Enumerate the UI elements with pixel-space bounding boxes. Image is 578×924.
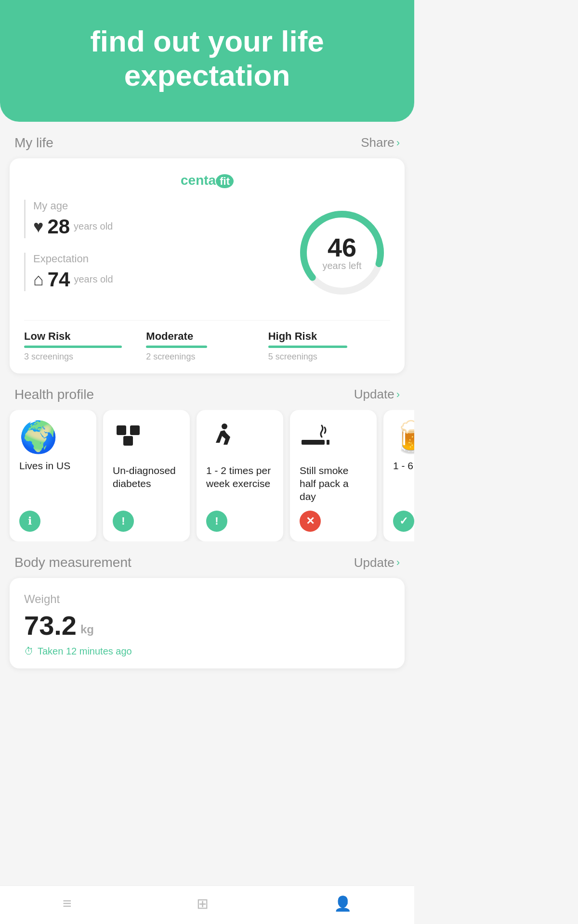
low-risk-item: Low Risk 3 screenings: [24, 330, 146, 362]
health-card-location[interactable]: 🌍 Lives in US ℹ: [10, 410, 96, 542]
drink-icon: 🍺: [393, 422, 414, 452]
high-risk-item: High Risk 5 screenings: [268, 330, 390, 362]
share-chevron-icon: ›: [396, 137, 400, 149]
grid-icon: ⊞: [197, 895, 209, 912]
health-card-exercise-text: 1 - 2 times per week exercise: [206, 464, 274, 503]
health-card-location-text: Lives in US: [19, 459, 70, 503]
gauge-center: 46 years left: [322, 234, 361, 271]
expectation-label: Expectation: [33, 253, 294, 265]
home-icon: ⌂: [33, 270, 44, 290]
health-card-diabetes[interactable]: Un-diagnosed diabetes !: [103, 410, 190, 542]
health-update-chevron-icon: ›: [396, 388, 400, 401]
risk-row: Low Risk 3 screenings Moderate 2 screeni…: [24, 320, 390, 362]
health-cards-container: 🌍 Lives in US ℹ Un-diagnosed diabetes ! …: [0, 410, 414, 542]
body-measurement-card: Weight 73.2 kg ⏱ Taken 12 minutes ago: [10, 578, 405, 668]
globe-icon: 🌍: [19, 422, 58, 452]
health-profile-label: Health profile: [14, 387, 94, 402]
nav-dashboard[interactable]: ⊞: [197, 895, 209, 912]
my-life-section-header: My life Share ›: [0, 122, 414, 158]
smoking-icon: [300, 422, 330, 457]
moderate-risk-count: 2 screenings: [146, 352, 268, 362]
low-risk-name: Low Risk: [24, 330, 146, 343]
warning-badge-diabetes: !: [113, 511, 134, 532]
profile-icon: 👤: [334, 895, 352, 912]
health-card-alcohol-text: 1 - 6 per w...: [393, 459, 414, 503]
age-value: ♥ 28 years old: [33, 215, 294, 238]
heart-icon: ♥: [33, 217, 43, 237]
svg-rect-4: [123, 436, 133, 446]
health-card-diabetes-text: Un-diagnosed diabetes: [113, 464, 180, 503]
gauge-number: 46: [322, 234, 361, 260]
body-measurement-label: Body measurement: [14, 555, 131, 570]
bottom-nav: ≡ ⊞ 👤: [0, 886, 414, 924]
share-button[interactable]: Share ›: [361, 135, 400, 150]
weight-label: Weight: [24, 592, 390, 606]
health-card-exercise[interactable]: 1 - 2 times per week exercise !: [197, 410, 283, 542]
svg-rect-2: [117, 425, 126, 435]
life-expectation-card: centafit My age ♥ 28 years old Expectati…: [10, 158, 405, 373]
my-life-label: My life: [14, 135, 53, 151]
boxes-icon: [113, 422, 144, 457]
svg-rect-6: [302, 440, 325, 445]
moderate-risk-name: Moderate: [146, 330, 268, 343]
gauge-label: years left: [322, 260, 361, 271]
menu-icon: ≡: [63, 895, 72, 912]
life-gauge: 46 years left: [294, 205, 390, 301]
nav-profile[interactable]: 👤: [334, 895, 352, 912]
body-update-chevron-icon: ›: [396, 556, 400, 569]
high-risk-name: High Risk: [268, 330, 390, 343]
weight-value: 73.2 kg: [24, 610, 390, 641]
age-label: My age: [33, 200, 294, 212]
health-card-smoking-text: Still smoke half pack a day: [300, 464, 367, 503]
expectation-value: ⌂ 74 years old: [33, 268, 294, 291]
high-risk-count: 5 screenings: [268, 352, 390, 362]
moderate-risk-item: Moderate 2 screenings: [146, 330, 268, 362]
logo-row: centafit: [24, 173, 390, 188]
body-update-button[interactable]: Update ›: [354, 555, 400, 570]
header-title: find out your life expectation: [14, 24, 400, 93]
clock-icon: ⏱: [24, 646, 34, 657]
svg-rect-7: [327, 440, 329, 445]
health-update-button[interactable]: Update ›: [354, 387, 400, 402]
header: find out your life expectation: [0, 0, 414, 122]
expectation-block: Expectation ⌂ 74 years old: [24, 253, 294, 291]
centafit-logo: centafit: [181, 173, 234, 188]
low-risk-count: 3 screenings: [24, 352, 146, 362]
taken-row: ⏱ Taken 12 minutes ago: [24, 646, 390, 657]
svg-rect-3: [130, 425, 140, 435]
health-profile-section-header: Health profile Update ›: [0, 373, 414, 410]
success-badge-alcohol: ✓: [393, 511, 414, 532]
high-risk-bar: [268, 346, 348, 348]
nav-menu[interactable]: ≡: [63, 895, 72, 912]
body-measurement-section-header: Body measurement Update ›: [0, 541, 414, 578]
running-icon: [206, 422, 237, 457]
low-risk-bar: [24, 346, 122, 348]
stats-left: My age ♥ 28 years old Expectation ⌂ 74 y…: [24, 200, 294, 306]
age-block: My age ♥ 28 years old: [24, 200, 294, 238]
health-card-alcohol[interactable]: 🍺 1 - 6 per w... ✓: [383, 410, 414, 542]
warning-badge-exercise: !: [206, 511, 227, 532]
error-badge-smoking: ✕: [300, 511, 321, 532]
svg-point-5: [222, 424, 227, 429]
info-badge: ℹ: [19, 511, 40, 532]
card-content: My age ♥ 28 years old Expectation ⌂ 74 y…: [24, 200, 390, 306]
health-card-smoking[interactable]: Still smoke half pack a day ✕: [290, 410, 377, 542]
moderate-risk-bar: [146, 346, 207, 348]
